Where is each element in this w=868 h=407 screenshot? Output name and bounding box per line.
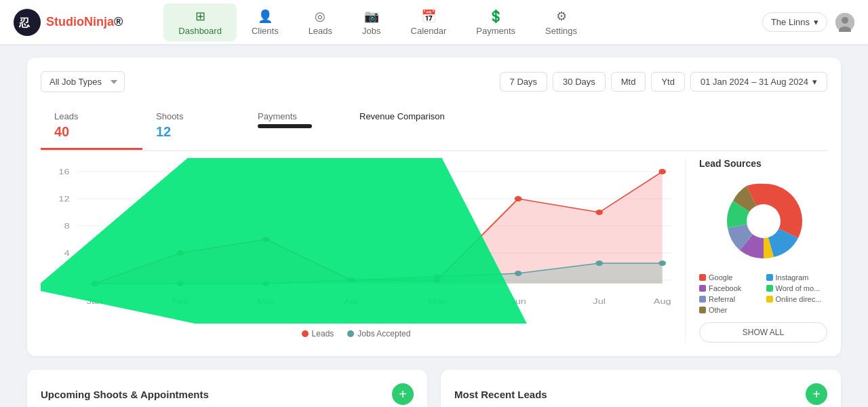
chart-svg-wrapper: 16 12 8 4 Jan Feb Mar Apr May Jun Jul Au… [41,158,671,324]
pie-chart-wrapper [699,177,827,265]
svg-point-3 [842,17,848,24]
svg-text:8: 8 [64,222,69,231]
most-recent-leads-title: Most Recent Leads [454,389,547,400]
legend-referral: Referral [699,295,761,303]
legend-word-of-mouth: Word of mo... [766,284,828,292]
leads-legend-label: Leads [312,329,334,338]
svg-point-38 [595,260,603,266]
word-of-mouth-label: Word of mo... [776,284,821,292]
nav-item-leads[interactable]: ◎ Leads [294,3,347,41]
lead-sources: Lead Sources [685,158,827,343]
chart-legend: Leads Jobs Accepted [41,329,671,338]
legend-other: Other [699,306,761,314]
svg-text:Jun: Jun [510,297,526,306]
revenue-label: Revenue Comparison [359,111,445,121]
most-recent-leads-panel: Most Recent Leads + [441,370,841,407]
svg-text:Apr: Apr [344,297,360,306]
facebook-label: Facebook [709,284,741,292]
jobs-legend-dot [347,330,354,337]
svg-text:Jul: Jul [593,297,606,306]
online-direc-label: Online direc... [776,295,822,303]
svg-point-25 [262,237,270,242]
jobs-legend-label: Jobs Accepted [357,329,410,338]
add-lead-button[interactable]: + [806,383,827,405]
date-range-picker[interactable]: 01 Jan 2024 – 31 Aug 2024 ▾ [690,72,827,92]
jobs-icon: 📷 [364,9,379,24]
date-range-label: 01 Jan 2024 – 31 Aug 2024 [701,77,808,87]
nav-right: The Linns ▾ [762,12,854,32]
stat-tab-shoots[interactable]: Shoots 12 [142,103,244,150]
account-name: The Linns [771,17,810,27]
online-direc-color [766,296,773,303]
job-type-select[interactable]: All Job Types [41,71,125,92]
account-switcher[interactable]: The Linns ▾ [762,12,827,32]
nav-item-calendar[interactable]: 📅 Calendar [396,3,462,41]
dashboard-icon: ⊞ [195,9,205,24]
nav-item-payments[interactable]: 💲 Payments [461,3,530,41]
svg-point-35 [348,277,355,283]
payments-label: Payments [258,111,332,121]
upcoming-shoots-panel: Upcoming Shoots & Appointments + [27,370,427,407]
other-color [699,307,706,313]
svg-point-30 [658,169,666,174]
svg-text:12: 12 [58,195,69,204]
nav-item-jobs[interactable]: 📷 Jobs [347,3,395,41]
date-filters: 7 Days 30 Days Mtd Ytd 01 Jan 2024 – 31 … [500,72,827,92]
legend-facebook: Facebook [699,284,761,292]
leads-legend-dot [302,330,309,337]
nav-item-settings[interactable]: ⚙ Settings [530,3,592,41]
svg-point-28 [515,196,522,201]
svg-point-34 [262,281,270,286]
nav-item-clients[interactable]: 👤 Clients [237,3,294,41]
add-shoot-button[interactable]: + [392,383,414,405]
instagram-color [766,274,773,281]
shoots-value: 12 [156,124,231,140]
legend-google: Google [699,273,761,282]
lead-sources-legend: Google Instagram Facebook Word of mo... [699,273,827,314]
filter-30days[interactable]: 30 Days [553,72,606,92]
svg-text:May: May [428,297,447,306]
word-of-mouth-color [766,285,773,292]
show-all-button[interactable]: SHOW ALL [699,322,827,343]
nav-items: ⊞ Dashboard 👤 Clients ◎ Leads 📷 Jobs 📅 C… [163,3,762,41]
payments-icon: 💲 [488,9,503,24]
logo[interactable]: 忍 StudioNinja® [14,9,123,36]
chart-main: 16 12 8 4 Jan Feb Mar Apr May Jun Jul Au… [41,158,671,343]
stat-tab-payments[interactable]: Payments [244,103,346,150]
nav-item-dashboard[interactable]: ⊞ Dashboard [163,3,237,41]
svg-text:16: 16 [58,168,69,176]
logo-icon: 忍 [14,9,41,36]
svg-text:Mar: Mar [258,297,275,306]
svg-text:Jan: Jan [87,297,103,306]
svg-point-41 [747,204,781,238]
chevron-down-icon: ▾ [814,17,818,27]
chart-area: 16 12 8 4 Jan Feb Mar Apr May Jun Jul Au… [41,151,827,343]
svg-text:忍: 忍 [18,17,31,28]
svg-point-33 [177,281,184,286]
legend-jobs: Jobs Accepted [347,329,410,338]
facebook-color [699,285,706,292]
settings-icon: ⚙ [556,9,567,24]
chevron-down-icon: ▾ [812,77,817,87]
legend-leads: Leads [302,329,334,338]
svg-point-39 [658,260,666,266]
filter-7days[interactable]: 7 Days [500,72,547,92]
upcoming-shoots-title: Upcoming Shoots & Appointments [41,389,209,400]
svg-point-24 [177,250,184,256]
svg-text:4: 4 [64,249,69,258]
shoots-label: Shoots [156,111,231,121]
line-chart: 16 12 8 4 Jan Feb Mar Apr May Jun Jul Au… [41,158,671,321]
main-content: All Job Types 7 Days 30 Days Mtd Ytd 01 … [0,44,868,407]
stat-tabs: Leads 40 Shoots 12 Payments Revenue Comp… [41,103,827,151]
pie-chart [719,177,808,265]
filter-ytd[interactable]: Ytd [651,72,685,92]
google-label: Google [709,273,732,282]
stat-tab-revenue[interactable]: Revenue Comparison [346,103,458,150]
svg-text:Feb: Feb [172,297,189,306]
stat-tab-leads[interactable]: Leads 40 [41,103,142,150]
user-avatar[interactable] [835,13,854,32]
navigation: 忍 StudioNinja® ⊞ Dashboard 👤 Clients ◎ L… [0,0,868,44]
leads-label: Leads [54,111,129,121]
lead-sources-title: Lead Sources [699,158,827,169]
filter-mtd[interactable]: Mtd [611,72,646,92]
